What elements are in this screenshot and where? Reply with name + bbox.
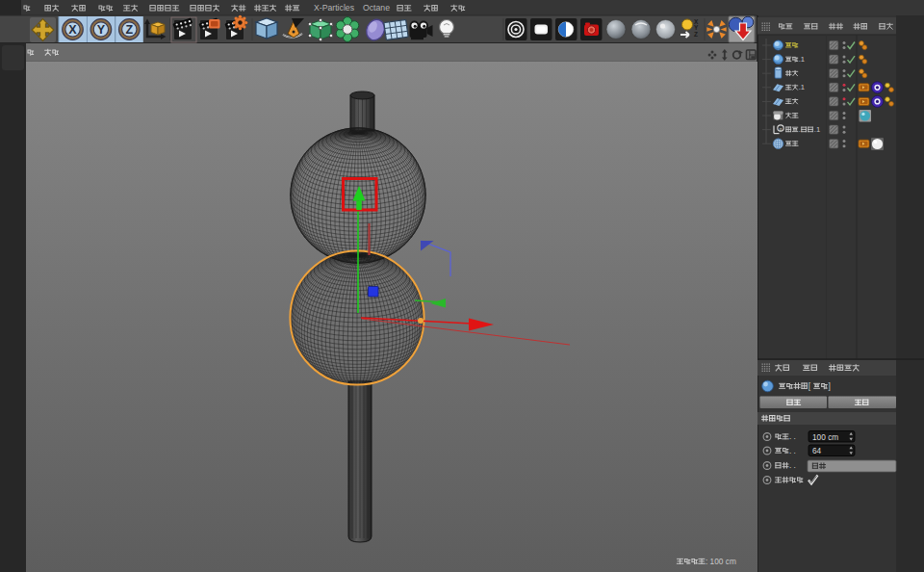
svg-text:.1: .1: [799, 55, 805, 64]
svg-text:.1: .1: [799, 83, 805, 91]
svg-text:. .: . .: [789, 431, 796, 441]
svg-text:Z: Z: [125, 23, 133, 37]
svg-text:Octane: Octane: [363, 3, 390, 13]
svg-text:.: .: [799, 125, 801, 134]
svg-text:.1: .1: [814, 125, 820, 134]
svg-text:64: 64: [812, 446, 822, 455]
svg-text:X-Particles: X-Particles: [314, 3, 355, 13]
svg-text:: 100 cm: : 100 cm: [706, 557, 736, 566]
svg-text:100 cm: 100 cm: [812, 432, 838, 442]
svg-text:. .: . .: [789, 446, 796, 455]
svg-text:o: o: [780, 126, 783, 132]
svg-text:Z: Z: [694, 31, 698, 38]
svg-text:. .: . .: [789, 460, 796, 470]
svg-text:Y: Y: [97, 23, 106, 37]
svg-text:]: ]: [828, 381, 830, 391]
svg-text:X: X: [68, 23, 77, 37]
